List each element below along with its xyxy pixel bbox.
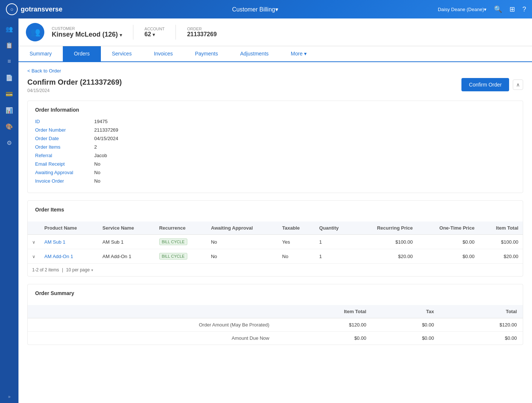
row1-product[interactable]: AM Sub 1 xyxy=(40,235,98,249)
per-page-dropdown-icon: ▾ xyxy=(91,268,93,272)
search-icon[interactable]: 🔍 xyxy=(494,5,502,13)
sidebar-item-chart[interactable]: 📊 xyxy=(3,104,16,117)
navigation-tabs: Summary Orders Services Invoices Payment… xyxy=(18,46,532,62)
summary-col-empty xyxy=(28,305,275,318)
row2-recurrence: BILL CYCLE xyxy=(155,249,207,264)
row2-service: AM Add-On 1 xyxy=(98,249,154,264)
order-info-header: ORDER 211337269 xyxy=(187,27,216,38)
help-icon[interactable]: ? xyxy=(522,6,526,13)
info-row-invoice-order: Invoice Order No xyxy=(35,178,515,184)
row2-one-time-price: $0.00 xyxy=(417,249,479,264)
page-content: < Back to Order Confirm Order (211337269… xyxy=(18,62,532,358)
nav-title[interactable]: Customer Billing▾ xyxy=(72,6,438,13)
collapse-section-button[interactable]: ∧ xyxy=(513,79,523,90)
tab-more[interactable]: More ▾ xyxy=(280,46,318,62)
main-content: 👥 CUSTOMER Kinsey McLeod (126) ▾ ACCOUNT… xyxy=(18,18,532,403)
tab-payments[interactable]: Payments xyxy=(184,46,229,62)
summary-col-tax: Tax xyxy=(372,305,440,318)
row2-taxable: No xyxy=(278,249,315,264)
top-navigation: ○ gotransverse Customer Billing▾ Daisy D… xyxy=(0,0,532,18)
row1-expand[interactable]: ∨ xyxy=(28,235,40,249)
info-value-referral: Jacob xyxy=(94,153,107,158)
pagination-separator: | xyxy=(62,267,63,272)
sidebar-item-customers[interactable]: 👥 xyxy=(3,22,16,35)
info-row-order-number: Order Number 211337269 xyxy=(35,127,515,133)
summary-row-due-now: Amount Due Now $0.00 $0.00 $0.00 xyxy=(28,332,523,345)
info-value-id: 19475 xyxy=(94,119,108,124)
info-label-email-receipt: Email Receipt xyxy=(35,161,94,167)
row2-product[interactable]: AM Add-On 1 xyxy=(40,249,98,264)
row1-recurring-price: $100.00 xyxy=(355,235,417,249)
row2-expand[interactable]: ∨ xyxy=(28,249,40,264)
col-quantity: Quantity xyxy=(315,221,355,235)
row1-bill-cycle-badge: BILL CYCLE xyxy=(159,238,187,245)
account-dropdown-icon[interactable]: ▾ xyxy=(153,32,155,37)
user-menu[interactable]: Daisy Deane (Deane)▾ xyxy=(438,7,487,12)
order-info-title: Order Information xyxy=(35,107,515,113)
customer-name[interactable]: Kinsey McLeod (126) ▾ xyxy=(52,31,122,38)
info-value-invoice-order: No xyxy=(94,178,100,184)
sidebar-item-documents[interactable]: 📋 xyxy=(3,38,16,52)
sidebar: 👥 📋 ≡ 📄 💳 📊 🎨 ⚙ » xyxy=(0,18,18,403)
row1-service: AM Sub 1 xyxy=(98,235,154,249)
nav-right: Daisy Deane (Deane)▾ 🔍 ⊞ ? xyxy=(438,5,526,13)
order-items-table: Product Name Service Name Recurrence Awa… xyxy=(28,221,523,263)
page-header-actions: Confirm Order ∧ xyxy=(461,78,523,91)
row2-bill-cycle-badge: BILL CYCLE xyxy=(159,253,187,260)
tab-summary[interactable]: Summary xyxy=(18,46,63,62)
row2-quantity: 1 xyxy=(315,249,355,264)
row1-item-total: $100.00 xyxy=(479,235,523,249)
summary-label-due-now: Amount Due Now xyxy=(28,332,275,345)
back-to-order-link[interactable]: < Back to Order xyxy=(27,68,61,74)
summary-col-item-total: Item Total xyxy=(275,305,372,318)
summary-total-due: $0.00 xyxy=(440,332,523,345)
sidebar-item-settings[interactable]: ⚙ xyxy=(3,136,16,149)
summary-total-order: $120.00 xyxy=(440,318,523,332)
col-taxable: Taxable xyxy=(278,221,315,235)
col-recurring-price: Recurring Price xyxy=(355,221,417,235)
order-item-row-1: ∨ AM Sub 1 AM Sub 1 BILL CYCLE No Yes 1 … xyxy=(28,235,523,249)
summary-item-total-order: $120.00 xyxy=(275,318,372,332)
summary-header-row: Item Total Tax Total xyxy=(28,305,523,318)
customer-dropdown-icon[interactable]: ▾ xyxy=(120,33,122,38)
summary-tax-due: $0.00 xyxy=(372,332,440,345)
summary-col-total: Total xyxy=(440,305,523,318)
col-service-name: Service Name xyxy=(98,221,154,235)
row1-awaiting: No xyxy=(207,235,278,249)
sidebar-item-palette[interactable]: 🎨 xyxy=(3,120,16,133)
order-item-row-2: ∨ AM Add-On 1 AM Add-On 1 BILL CYCLE No … xyxy=(28,249,523,264)
tab-orders[interactable]: Orders xyxy=(63,46,101,62)
per-page-selector[interactable]: 10 per page ▾ xyxy=(66,267,93,272)
info-row-email-receipt: Email Receipt No xyxy=(35,161,515,167)
row2-recurring-price: $20.00 xyxy=(355,249,417,264)
tab-invoices[interactable]: Invoices xyxy=(143,46,184,62)
apps-icon[interactable]: ⊞ xyxy=(509,5,515,13)
summary-label-order-amount: Order Amount (May Be Prorated) xyxy=(28,318,275,332)
info-label-id: ID xyxy=(35,119,94,124)
order-value: 211337269 xyxy=(187,31,216,38)
col-recurrence: Recurrence xyxy=(155,221,207,235)
order-summary-title: Order Summary xyxy=(35,290,515,296)
info-label-order-items: Order Items xyxy=(35,144,94,150)
sidebar-item-card[interactable]: 💳 xyxy=(3,87,16,101)
sidebar-expand-button[interactable]: » xyxy=(8,394,11,399)
confirm-order-button[interactable]: Confirm Order xyxy=(461,78,509,91)
page-date: 04/15/2024 xyxy=(27,88,122,93)
logo-icon: ○ xyxy=(6,3,18,15)
sidebar-item-list[interactable]: ≡ xyxy=(3,55,16,68)
info-row-referral: Referral Jacob xyxy=(35,153,515,158)
account-label: ACCOUNT xyxy=(144,27,164,31)
account-value[interactable]: 62 ▾ xyxy=(144,31,164,38)
account-info: ACCOUNT 62 ▾ xyxy=(144,27,164,38)
divider-2 xyxy=(175,25,176,40)
col-product-name: Product Name xyxy=(40,221,98,235)
order-items-title: Order Items xyxy=(35,207,515,213)
tab-services[interactable]: Services xyxy=(101,46,143,62)
sidebar-item-file[interactable]: 📄 xyxy=(3,71,16,84)
app-logo[interactable]: ○ gotransverse xyxy=(6,3,72,15)
customer-info: CUSTOMER Kinsey McLeod (126) ▾ xyxy=(52,26,122,38)
col-item-total: Item Total xyxy=(479,221,523,235)
info-row-order-items: Order Items 2 xyxy=(35,144,515,150)
order-items-header-row: Product Name Service Name Recurrence Awa… xyxy=(28,221,523,235)
tab-adjustments[interactable]: Adjustments xyxy=(229,46,280,62)
